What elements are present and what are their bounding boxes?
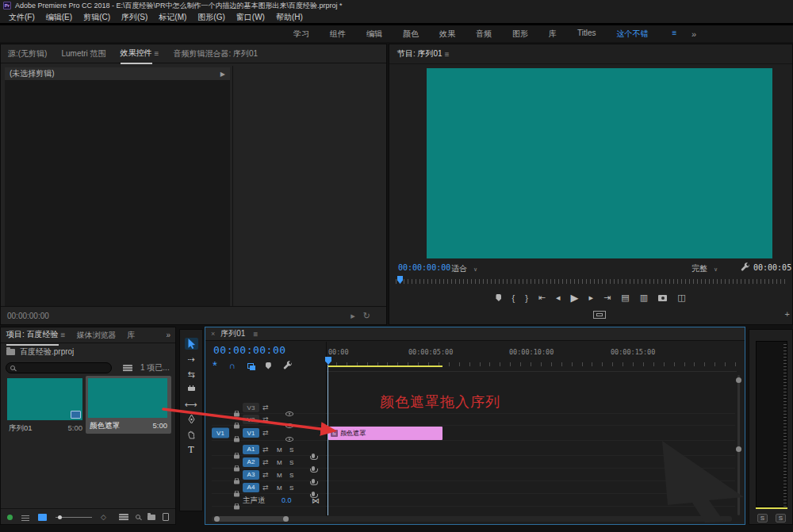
timeline-settings-wrench-icon[interactable] <box>283 361 293 370</box>
menu-clip[interactable]: 剪辑(C) <box>78 12 116 23</box>
menu-help[interactable]: 帮助(H) <box>270 12 308 23</box>
step-back-button[interactable]: ◂ <box>556 293 561 303</box>
loop-icon[interactable]: ↻ <box>363 311 370 321</box>
track-target-a2[interactable]: A2 <box>243 457 259 467</box>
icon-view-icon[interactable] <box>38 514 47 521</box>
scrollbar-handle[interactable] <box>736 377 741 383</box>
automate-to-sequence-icon[interactable] <box>119 514 128 521</box>
sync-lock-icon[interactable]: ⇄ <box>262 429 269 437</box>
scrollbar-handle[interactable] <box>283 516 289 522</box>
workspace-tab-libraries[interactable]: 库 <box>549 29 557 40</box>
tab-libraries[interactable]: 库 <box>127 326 135 345</box>
play-icon[interactable]: ▸ <box>351 311 355 321</box>
comparison-view-button[interactable]: ◫ <box>677 293 685 303</box>
menu-file[interactable]: 文件(F) <box>3 12 40 23</box>
menu-edit[interactable]: 编辑(E) <box>40 12 78 23</box>
track-target-a1[interactable]: A1 <box>243 445 259 454</box>
scrollbar-thumb[interactable] <box>214 516 289 522</box>
selection-tool[interactable] <box>185 338 198 350</box>
lock-icon[interactable] <box>234 505 239 509</box>
panel-overflow-icon[interactable]: » <box>166 331 170 339</box>
workspace-tab-graphics[interactable]: 图形 <box>512 29 528 40</box>
panel-menu-icon[interactable]: ≡ <box>155 49 159 58</box>
tab-project[interactable]: 项目: 百度经验 <box>6 325 59 346</box>
workspace-tab-assembly[interactable]: 组件 <box>330 29 346 40</box>
panel-menu-icon[interactable]: ≡ <box>445 50 450 59</box>
add-marker-icon[interactable] <box>266 362 271 369</box>
item-name[interactable]: 序列01 <box>9 423 33 434</box>
lock-icon[interactable] <box>234 438 239 442</box>
project-item-sequence[interactable]: 序列01 5:00 <box>7 378 84 434</box>
tab-source-monitor[interactable]: 源:(无剪辑) <box>8 44 47 63</box>
export-frame-icon[interactable] <box>658 295 667 301</box>
tab-audio-clip-mixer[interactable]: 音频剪辑混合器: 序列01 <box>173 44 258 63</box>
type-tool[interactable]: T <box>188 444 193 455</box>
track-target-a3[interactable]: A3 <box>243 470 259 480</box>
sync-lock-icon[interactable]: ⇄ <box>262 484 269 492</box>
project-breadcrumb[interactable]: 百度经验.prproj <box>6 346 74 358</box>
track-target-v1[interactable]: V1 <box>243 428 259 438</box>
solo-left-button[interactable]: S <box>757 514 768 522</box>
sync-lock-icon[interactable]: ⇄ <box>262 446 269 454</box>
new-bin-icon[interactable] <box>147 515 155 520</box>
filter-bin-icon[interactable] <box>123 365 132 372</box>
track-content[interactable] <box>326 414 735 425</box>
add-button-icon[interactable]: + <box>785 309 790 319</box>
track-content[interactable] <box>326 481 735 493</box>
playback-quality-dropdown[interactable]: 完整∨ <box>691 263 718 274</box>
workspace-menu-icon[interactable]: ≡ <box>672 29 677 40</box>
mark-out-button[interactable]: } <box>525 293 528 303</box>
mark-in-button[interactable]: { <box>511 293 515 303</box>
menu-graphics[interactable]: 图形(G) <box>192 12 230 23</box>
nest-sequence-icon[interactable]: * <box>213 362 217 369</box>
menu-marker[interactable]: 标记(M) <box>153 12 192 23</box>
add-marker-icon[interactable] <box>496 294 501 301</box>
list-view-icon[interactable] <box>21 514 29 521</box>
timeline-vertical-scrollbar[interactable] <box>737 375 740 515</box>
toggle-track-output-icon[interactable] <box>285 437 293 442</box>
workspace-tab-audio[interactable]: 音频 <box>476 29 492 40</box>
sync-lock-icon[interactable]: ⇄ <box>262 458 269 466</box>
timeline-timecode[interactable]: 00:00:00:00 <box>213 344 286 356</box>
mute-button[interactable]: M <box>277 458 282 465</box>
slip-tool[interactable]: ⟷ <box>185 399 197 410</box>
tab-lumetri-scopes[interactable]: Lumetri 范围 <box>61 44 105 63</box>
track-target-v3[interactable]: V3 <box>243 403 259 412</box>
new-item-icon[interactable] <box>163 513 169 521</box>
scrollbar-handle[interactable] <box>214 516 220 522</box>
lift-button[interactable]: ▤ <box>621 293 629 303</box>
menu-window[interactable]: 窗口(W) <box>231 12 270 23</box>
timeline-horizontal-scrollbar[interactable] <box>212 516 732 522</box>
workspace-tab-learning[interactable]: 学习 <box>293 29 309 40</box>
sync-lock-icon[interactable]: ⇄ <box>262 404 269 411</box>
track-select-tool[interactable]: ⇢ <box>187 354 194 365</box>
hand-tool[interactable] <box>187 429 196 440</box>
tab-effect-controls[interactable]: 效果控件 <box>121 44 152 64</box>
pen-tool[interactable] <box>188 414 195 425</box>
item-name[interactable]: 颜色遮罩 <box>90 421 120 431</box>
mute-button[interactable]: M <box>277 471 282 478</box>
panel-menu-icon[interactable]: ≡ <box>61 331 66 339</box>
track-content[interactable] <box>326 456 735 468</box>
work-area-bar[interactable] <box>328 366 442 367</box>
settings-wrench-icon[interactable] <box>741 262 750 272</box>
find-icon[interactable] <box>136 515 140 519</box>
color-matte-thumbnail[interactable] <box>88 378 167 418</box>
timeline-clip-color-matte[interactable]: fx 颜色遮罩 <box>328 427 442 440</box>
master-meter-icon[interactable]: ⋈ <box>312 496 320 504</box>
source-patch-v1[interactable]: V1 <box>212 428 229 438</box>
program-timecode[interactable]: 00:00:00:00 <box>398 263 450 272</box>
tab-media-browser[interactable]: 媒体浏览器 <box>76 326 116 345</box>
ripple-edit-tool[interactable]: ⇆ <box>187 369 194 380</box>
razor-tool[interactable] <box>187 384 196 395</box>
zoom-level-dropdown[interactable]: 适合∨ <box>451 263 477 274</box>
sequence-thumbnail[interactable] <box>7 378 82 420</box>
workspace-tab-color[interactable]: 颜色 <box>403 29 419 40</box>
menu-sequence[interactable]: 序列(S) <box>116 12 153 23</box>
search-input[interactable] <box>6 362 112 373</box>
mute-button[interactable]: M <box>277 446 282 453</box>
panel-menu-icon[interactable]: ≡ <box>253 330 258 339</box>
scrollbar-handle[interactable] <box>736 446 741 452</box>
workspace-overflow-icon[interactable]: » <box>691 29 696 39</box>
close-icon[interactable]: × <box>211 330 215 338</box>
